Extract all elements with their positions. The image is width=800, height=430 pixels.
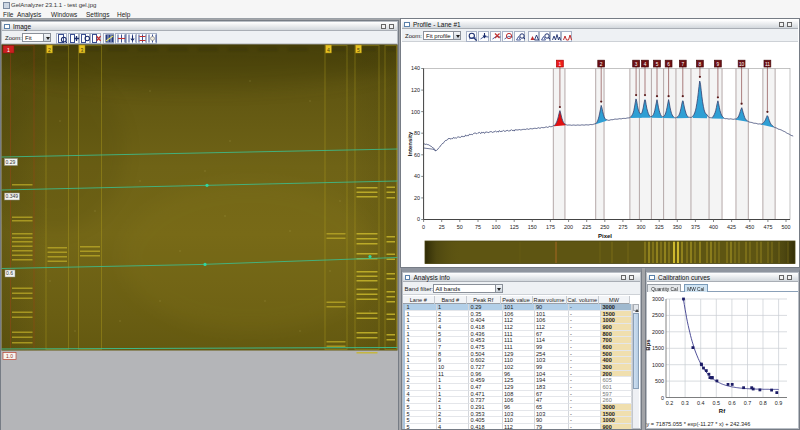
- svg-text:75: 75: [475, 224, 481, 230]
- svg-text:3: 3: [81, 47, 84, 53]
- svg-text:400: 400: [709, 224, 718, 230]
- svg-text:325: 325: [655, 224, 664, 230]
- svg-text:300: 300: [637, 224, 646, 230]
- svg-text:200: 200: [564, 224, 573, 230]
- svg-text:500: 500: [655, 378, 664, 384]
- svg-text:100: 100: [492, 224, 501, 230]
- svg-text:125: 125: [510, 224, 519, 230]
- svg-text:0.6: 0.6: [728, 400, 736, 406]
- svg-text:0.349: 0.349: [6, 193, 19, 199]
- svg-text:120: 120: [411, 87, 420, 93]
- svg-text:275: 275: [618, 224, 627, 230]
- svg-text:350: 350: [673, 224, 682, 230]
- svg-text:25: 25: [439, 224, 445, 230]
- svg-text:0.9: 0.9: [775, 400, 783, 406]
- svg-text:40: 40: [414, 173, 420, 179]
- svg-text:140: 140: [411, 65, 420, 71]
- svg-text:150: 150: [528, 224, 537, 230]
- svg-text:4: 4: [327, 47, 330, 53]
- svg-text:1000: 1000: [652, 362, 664, 368]
- svg-text:2: 2: [600, 62, 603, 67]
- svg-text:0.6: 0.6: [6, 270, 13, 276]
- svg-text:375: 375: [691, 224, 700, 230]
- svg-text:10: 10: [739, 62, 745, 67]
- svg-text:3000: 3000: [652, 296, 664, 302]
- svg-text:3: 3: [635, 62, 638, 67]
- svg-text:4: 4: [644, 62, 647, 67]
- svg-text:175: 175: [546, 224, 555, 230]
- svg-text:50: 50: [457, 224, 463, 230]
- svg-text:250: 250: [600, 224, 609, 230]
- svg-text:0: 0: [422, 224, 425, 230]
- svg-text:0.2: 0.2: [666, 400, 674, 406]
- svg-text:2500: 2500: [652, 312, 664, 318]
- svg-text:475: 475: [763, 224, 772, 230]
- svg-text:1: 1: [559, 62, 562, 67]
- svg-text:1: 1: [7, 47, 10, 53]
- svg-text:5: 5: [656, 62, 659, 67]
- svg-text:9: 9: [717, 62, 720, 67]
- svg-text:Intensity: Intensity: [407, 131, 413, 156]
- svg-text:Rf: Rf: [719, 408, 726, 414]
- svg-text:Bps: Bps: [646, 339, 651, 351]
- svg-text:0: 0: [661, 395, 664, 401]
- svg-text:2000: 2000: [652, 329, 664, 335]
- svg-text:y = 71875.055 * exp(-11.27 * x: y = 71875.055 * exp(-11.27 * x) + 242.34…: [647, 421, 751, 427]
- svg-text:0.3: 0.3: [681, 400, 689, 406]
- svg-text:2: 2: [48, 47, 51, 53]
- svg-text:8: 8: [699, 62, 702, 67]
- svg-text:7: 7: [681, 62, 684, 67]
- svg-text:0: 0: [417, 216, 420, 222]
- svg-text:Pixel: Pixel: [598, 233, 612, 239]
- svg-text:0.4: 0.4: [697, 400, 705, 406]
- svg-text:5: 5: [357, 47, 360, 53]
- svg-text:225: 225: [582, 224, 591, 230]
- svg-text:6: 6: [667, 62, 670, 67]
- svg-text:450: 450: [745, 224, 754, 230]
- svg-text:60: 60: [414, 152, 420, 158]
- svg-text:100: 100: [411, 109, 420, 115]
- svg-text:20: 20: [414, 195, 420, 201]
- svg-text:425: 425: [727, 224, 736, 230]
- svg-text:0.5: 0.5: [713, 400, 721, 406]
- svg-text:1.0: 1.0: [6, 353, 13, 359]
- svg-text:0.8: 0.8: [759, 400, 767, 406]
- svg-text:0.7: 0.7: [744, 400, 752, 406]
- svg-text:11: 11: [765, 62, 770, 67]
- svg-text:1500: 1500: [652, 345, 664, 351]
- svg-text:80: 80: [414, 130, 420, 136]
- svg-text:0.29: 0.29: [6, 159, 16, 165]
- svg-text:500: 500: [782, 224, 791, 230]
